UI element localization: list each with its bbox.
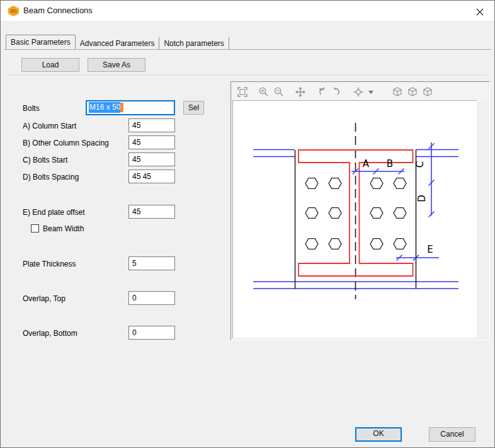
bolts-spacing-label: D) Bolts Spacing <box>23 173 79 181</box>
bolt-hexagons <box>305 178 406 250</box>
save-as-button[interactable]: Save As <box>88 58 145 72</box>
dim-label-c: C <box>414 161 426 168</box>
overlap-top-input[interactable]: 0 <box>128 291 175 305</box>
ok-button[interactable]: OK <box>355 427 402 442</box>
title-bar: BD Beam Connections <box>1 1 494 21</box>
rotate-cw-icon[interactable] <box>329 84 344 100</box>
other-column-spacing-label: B) Other Column Spacing <box>23 139 109 147</box>
bolts-start-input[interactable]: 45 <box>128 152 175 166</box>
cancel-button[interactable]: Cancel <box>429 427 475 442</box>
close-icon[interactable] <box>474 6 486 18</box>
view-cube-3-icon[interactable] <box>420 84 435 100</box>
overlap-bottom-input[interactable]: 0 <box>128 326 175 340</box>
dialog-title: Beam Connections <box>23 6 93 15</box>
end-plate-offset-label: E) End plate offset <box>23 208 85 217</box>
app-icon: BD <box>8 6 19 16</box>
bolts-input[interactable]: M16 x 50 <box>86 100 175 115</box>
column-start-label: A) Column Start <box>23 122 76 130</box>
overlap-bottom-label: Overlap, Bottom <box>23 329 77 338</box>
tab-strip: Basic Parameters Advanced Parameters Not… <box>6 35 229 49</box>
chevron-down-icon[interactable] <box>366 84 376 100</box>
tab-notch-parameters[interactable]: Notch parameters <box>159 37 229 49</box>
rotate-ccw-icon[interactable] <box>314 84 329 100</box>
tab-advanced-parameters[interactable]: Advanced Parameters <box>76 37 160 49</box>
canvas-gutter <box>477 100 487 338</box>
bolts-start-label: C) Bolts Start <box>23 156 67 164</box>
beam-width-checkbox[interactable] <box>31 224 39 233</box>
dim-label-a: A <box>363 158 370 169</box>
bolts-label: Bolts <box>23 104 40 113</box>
end-plate-offset-input[interactable]: 45 <box>128 205 175 219</box>
bolts-spacing-input[interactable]: 45 45 <box>128 169 175 183</box>
preview-panel: A B C D E <box>230 81 490 340</box>
plate-thickness-input[interactable]: 5 <box>128 256 175 270</box>
beam-connections-dialog: BD Beam Connections Basic Parameters Adv… <box>0 0 495 448</box>
plate-thickness-label: Plate Thickness <box>23 260 76 268</box>
zoom-out-icon[interactable] <box>271 84 287 100</box>
preview-toolbar <box>232 83 488 100</box>
pan-icon[interactable] <box>293 84 308 100</box>
preview-canvas[interactable]: A B C D E <box>232 100 477 338</box>
overlap-top-label: Overlap, Top <box>23 294 65 303</box>
column-start-input[interactable]: 45 <box>128 118 175 132</box>
load-button[interactable]: Load <box>21 58 79 72</box>
view-cube-1-icon[interactable] <box>390 84 405 100</box>
center-point-icon[interactable] <box>351 84 366 100</box>
fit-view-icon[interactable] <box>235 84 250 100</box>
dim-label-b: B <box>387 158 393 169</box>
divider <box>7 75 487 76</box>
beam-width-label: Beam Width <box>43 224 84 233</box>
tab-basic-parameters[interactable]: Basic Parameters <box>6 35 76 49</box>
bolts-selected-text: M16 x 50 <box>89 102 120 113</box>
zoom-in-icon[interactable] <box>256 84 271 100</box>
text-caret <box>120 103 123 112</box>
bolt-select-button[interactable]: Sel <box>183 101 204 115</box>
dim-label-d: D <box>416 195 428 202</box>
dim-label-e: E <box>427 244 433 255</box>
view-cube-2-icon[interactable] <box>405 84 420 100</box>
other-column-spacing-input[interactable]: 45 <box>128 135 175 149</box>
